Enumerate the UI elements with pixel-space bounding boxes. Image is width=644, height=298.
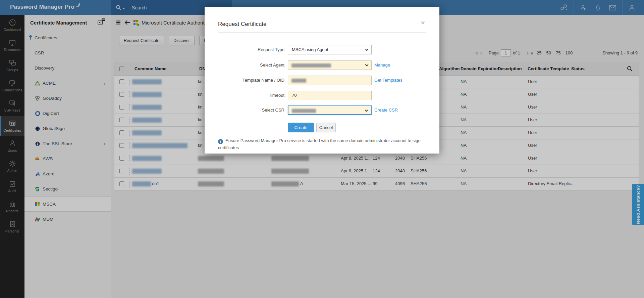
timeout-label: Timeout	[218, 91, 284, 100]
cancel-button[interactable]: Cancel	[316, 123, 336, 132]
request-type-select[interactable]: MSCA using Agent	[288, 45, 372, 54]
create-button[interactable]: Create	[288, 123, 314, 132]
info-icon: i	[218, 139, 223, 144]
manage-link[interactable]: Manage	[374, 60, 390, 70]
template-name-label: Template Name / OID	[218, 76, 284, 85]
template-name-input[interactable]	[288, 76, 372, 85]
chevron-down-icon	[365, 48, 369, 51]
select-agent-label: Select Agent	[218, 60, 284, 70]
select-agent-select[interactable]	[288, 60, 372, 70]
select-csr-label: Select CSR	[218, 105, 284, 115]
select-csr-select[interactable]	[288, 105, 372, 115]
chevron-down-icon	[365, 109, 368, 112]
timeout-input[interactable]: 70	[288, 91, 372, 100]
request-type-label: Request Type	[218, 45, 284, 54]
chevron-down-icon	[365, 63, 369, 67]
create-csr-link[interactable]: Create CSR	[374, 105, 398, 115]
request-certificate-modal: Request Certificate ✕ Request Type MSCA …	[205, 7, 439, 154]
get-templates-link[interactable]: Get Templates	[374, 76, 402, 85]
close-icon[interactable]: ✕	[421, 20, 425, 26]
modal-title: Request Certificate	[218, 21, 267, 28]
redacted-agent-value	[291, 63, 331, 68]
divider	[218, 32, 426, 33]
modal-note: iEnsure Password Manager Pro service is …	[218, 137, 427, 151]
redacted-template-value	[291, 79, 306, 83]
redacted-csr-value	[292, 109, 316, 113]
